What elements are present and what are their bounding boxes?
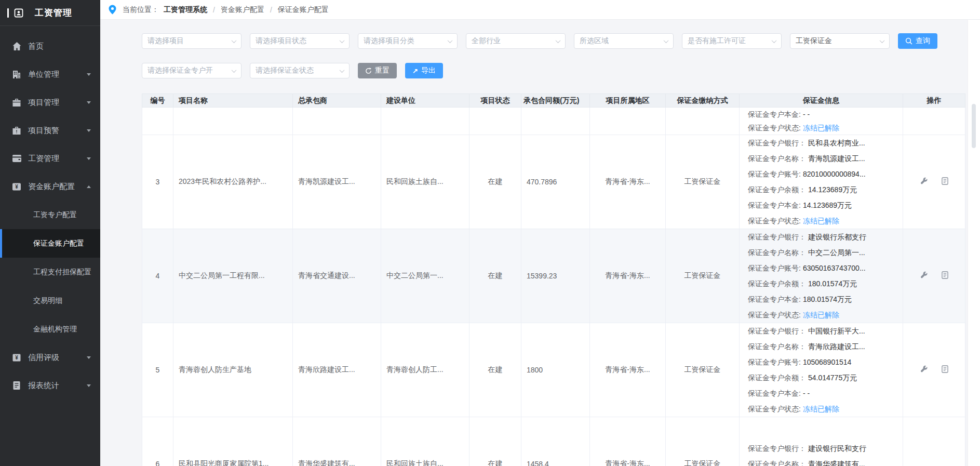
reset-button[interactable]: 重置 xyxy=(358,63,397,78)
filter-row-2: 请选择保证金专户开 请选择保证金状态 重置 ↗ 导出 xyxy=(142,63,980,78)
project-status-cell xyxy=(469,108,521,135)
sidebar-item-salary-management[interactable]: 工资管理 xyxy=(0,144,100,172)
breadcrumb-level-2[interactable]: 资金账户配置 xyxy=(221,5,264,15)
deposit-field-label: 保证金专户账号: xyxy=(748,358,801,366)
filter-project-select[interactable]: 请选择项目 xyxy=(142,33,241,49)
sidebar-item-financial-institution[interactable]: 金融机构管理 xyxy=(0,315,100,343)
app-logo: 工资管理 xyxy=(0,0,100,26)
sidebar-item-unit-management[interactable]: 单位管理 xyxy=(0,60,100,88)
sidebar-item-deposit-account-config[interactable]: 保证金账户配置 xyxy=(0,229,100,258)
sidebar-item-project-alert[interactable]: 项目预警 xyxy=(0,116,100,144)
deposit-field-label: 保证金专户余额： xyxy=(748,185,806,194)
filter-deposit-status-select[interactable]: 请选择保证金状态 xyxy=(250,63,350,78)
builder-cell: 青海蓉创人防工... xyxy=(381,323,469,417)
deposit-info-cell: 保证金专户银行：中国银行新平大...保证金专户名称：青海欣路建设工...保证金专… xyxy=(740,323,903,417)
contract-amount-cell xyxy=(521,108,590,135)
deposit-info-line: 保证金专户余额：180.01574万元 xyxy=(748,276,897,291)
yuan-square-icon: ¥ xyxy=(11,352,22,363)
builder-cell: 民和回族土族自... xyxy=(381,135,469,229)
column-header-project-status: 项目状态 xyxy=(469,94,521,108)
deposit-field-value: 14.123689万元 xyxy=(803,201,852,209)
deposit-info-cell: 保证金专户银行：建设银行乐都支行保证金专户名称：中交二公局第一...保证金专户账… xyxy=(740,229,903,323)
deposit-info-line: 保证金专户名称：中交二公局第一... xyxy=(748,245,897,260)
chevron-down-icon xyxy=(87,73,91,76)
chevron-down-icon xyxy=(664,38,669,43)
logo-bar-icon xyxy=(7,8,9,18)
project-status-cell: 在建 xyxy=(469,323,521,417)
chevron-down-icon xyxy=(340,38,345,43)
deposit-info-line: 保证金专户名称：青海华盛建筑有... xyxy=(748,456,897,466)
contractor-cell: 青海凯源建设工... xyxy=(293,135,381,229)
document-icon[interactable] xyxy=(942,177,948,187)
deposit-field-value: 青海凯源建设工... xyxy=(808,154,865,163)
badge-person-icon xyxy=(14,8,24,18)
chevron-down-icon xyxy=(232,38,237,43)
chevron-down-icon xyxy=(556,38,561,43)
filter-project-category-select[interactable]: 请选择项目分类 xyxy=(358,33,458,49)
scrollbar-track xyxy=(968,20,980,466)
export-button[interactable]: ↗ 导出 xyxy=(405,63,443,78)
filter-row-1: 请选择项目 请选择项目状态 请选择项目分类 全部行业 所选区域 是否有施工许可证 xyxy=(142,33,980,49)
deposit-field-label: 保证金专户余额： xyxy=(748,374,806,382)
chevron-up-icon xyxy=(87,185,91,188)
deposit-field-value: 中交二公局第一... xyxy=(808,248,865,257)
breadcrumb-level-3[interactable]: 保证金账户配置 xyxy=(278,5,329,15)
deposit-method-cell xyxy=(666,108,740,135)
scrollbar-thumb[interactable] xyxy=(972,104,976,148)
deposit-info-cell: 保证金专户银行：建设银行民和支行保证金专户名称：青海华盛建筑有...保证金专户账… xyxy=(740,417,903,466)
chevron-down-icon xyxy=(87,384,91,387)
svg-text:¥: ¥ xyxy=(15,184,18,190)
region-cell: 青海省-海东... xyxy=(590,323,666,417)
sidebar-item-report-statistics[interactable]: 报表统计 xyxy=(0,371,100,400)
document-icon[interactable] xyxy=(942,365,948,375)
deposit-field-value: 180.01574万元 xyxy=(808,279,857,288)
wrench-icon[interactable] xyxy=(920,271,928,281)
filter-deposit-account-bank-select[interactable]: 请选择保证金专户开 xyxy=(142,63,241,78)
project-name-cell: 民和县阳光商厦家属院第1... xyxy=(173,417,293,466)
deposit-info-line: 保证金专户银行：建设银行民和支行 xyxy=(748,441,897,456)
report-icon xyxy=(11,380,22,391)
deposit-field-label: 保证金专户账号: xyxy=(748,264,801,272)
sidebar-item-project-payment-guarantee[interactable]: 工程支付担保配置 xyxy=(0,258,100,286)
search-icon xyxy=(905,37,912,45)
app-title: 工资管理 xyxy=(35,7,72,19)
project-name-cell: 2023年民和农村公路养护... xyxy=(173,135,293,229)
filter-project-status-select[interactable]: 请选择项目状态 xyxy=(250,33,350,49)
sidebar-item-project-management[interactable]: 项目管理 xyxy=(0,88,100,116)
search-button[interactable]: 查询 xyxy=(898,33,937,49)
wrench-icon[interactable] xyxy=(920,177,928,187)
deposit-table: 编号 项目名称 总承包商 建设单位 项目状态 承包合同额(万元) 项目所属地区 … xyxy=(142,94,965,466)
filter-deposit-type-select[interactable]: 工资保证金 xyxy=(790,33,890,49)
deposit-field-label: 保证金专户状态: xyxy=(748,311,801,319)
table-row: 保证金专户本金:- -保证金专户状态:冻结已解除 xyxy=(142,108,965,135)
deposit-field-label: 保证金专户本金: xyxy=(748,295,801,303)
contract-amount-cell: 470.7896 xyxy=(521,135,590,229)
project-status-cell: 在建 xyxy=(469,229,521,323)
yuan-box-icon: ¥ xyxy=(11,181,22,192)
deposit-info-line: 保证金专户银行：中国银行新平大... xyxy=(748,323,897,339)
deposit-field-label: 保证金专户本金: xyxy=(748,201,801,209)
account-status-link[interactable]: 冻结已解除 xyxy=(803,405,839,413)
filter-region-select[interactable]: 所选区域 xyxy=(574,33,674,49)
sidebar-item-credit-rating[interactable]: ¥ 信用评级 xyxy=(0,343,100,371)
briefcase-alert-icon xyxy=(11,125,22,136)
deposit-info-line: 保证金专户账号:105068901514 xyxy=(748,354,897,370)
row-number-cell: 3 xyxy=(142,135,173,229)
account-status-link[interactable]: 冻结已解除 xyxy=(803,217,839,225)
sidebar-item-salary-special-account[interactable]: 工资专户配置 xyxy=(0,201,100,229)
table-body: 保证金专户本金:- -保证金专户状态:冻结已解除32023年民和农村公路养护..… xyxy=(142,108,965,466)
sidebar-item-transaction-detail[interactable]: 交易明细 xyxy=(0,286,100,315)
column-header-region: 项目所属地区 xyxy=(590,94,666,108)
deposit-info-line: 保证金专户状态:冻结已解除 xyxy=(748,213,897,229)
account-status-link[interactable]: 冻结已解除 xyxy=(803,311,839,319)
table-row: 6民和县阳光商厦家属院第1...青海华盛建筑有...民和回族土族自...在建14… xyxy=(142,417,965,466)
sidebar: 工资管理 首页 单位管理 项目管理 xyxy=(0,0,100,466)
sidebar-item-home[interactable]: 首页 xyxy=(0,32,100,60)
column-header-deposit-info: 保证金信息 xyxy=(740,94,903,108)
wrench-icon[interactable] xyxy=(920,365,928,375)
filter-construction-permit-select[interactable]: 是否有施工许可证 xyxy=(682,33,782,49)
account-status-link[interactable]: 冻结已解除 xyxy=(803,124,839,132)
document-icon[interactable] xyxy=(942,271,948,281)
sidebar-item-fund-account-config[interactable]: ¥ 资金账户配置 xyxy=(0,172,100,201)
filter-industry-select[interactable]: 全部行业 xyxy=(466,33,566,49)
